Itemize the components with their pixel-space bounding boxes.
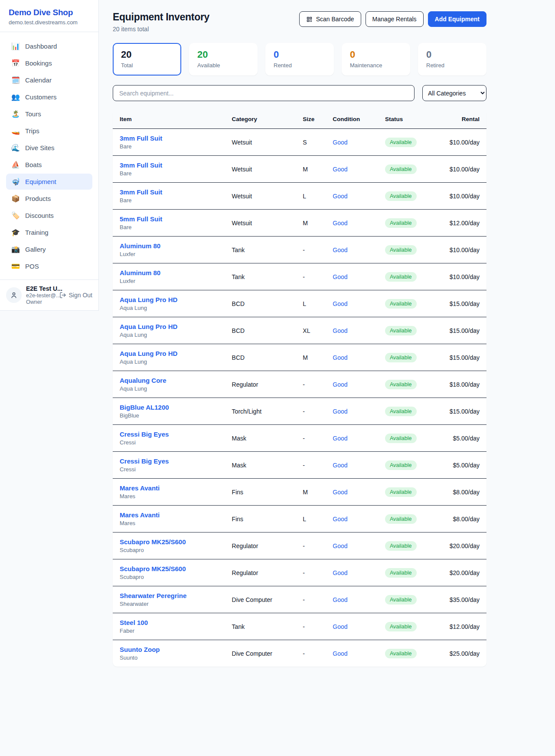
item-condition-link[interactable]: Good <box>333 596 347 603</box>
item-name-link[interactable]: 5mm Full Suit <box>120 215 162 223</box>
sidebar-item[interactable]: 🗓️ Calendar <box>6 72 92 88</box>
item-condition-link[interactable]: Good <box>333 462 347 469</box>
add-equipment-button[interactable]: Add Equipment <box>428 11 486 27</box>
stat-card[interactable]: 0 Retired <box>418 43 486 76</box>
sidebar-item[interactable]: 📸 Gallery <box>6 241 92 257</box>
item-brand: Scubapro <box>120 547 218 553</box>
stat-card[interactable]: 20 Available <box>189 43 258 76</box>
item-name-link[interactable]: Shearwater Peregrine <box>120 592 186 599</box>
item-name-link[interactable]: Aqua Lung Pro HD <box>120 350 177 357</box>
sidebar-item[interactable]: 👥 Customers <box>6 89 92 105</box>
user-box: E2E Test U... e2e-tester@... Owner Sign … <box>0 279 98 310</box>
sidebar-item-label: Discounts <box>25 212 54 219</box>
item-condition-link[interactable]: Good <box>333 623 347 630</box>
item-name-link[interactable]: Cressi Big Eyes <box>120 431 169 438</box>
item-name-link[interactable]: Mares Avanti <box>120 511 160 519</box>
item-condition-link[interactable]: Good <box>333 166 347 173</box>
category-select[interactable]: All Categories <box>422 85 486 101</box>
item-condition-link[interactable]: Good <box>333 139 347 146</box>
item-condition-link[interactable]: Good <box>333 193 347 200</box>
item-name-link[interactable]: Aqualung Core <box>120 377 166 384</box>
item-condition-link[interactable]: Good <box>333 247 347 253</box>
item-name-link[interactable]: Scubapro MK25/S600 <box>120 538 186 546</box>
item-condition-link[interactable]: Good <box>333 650 347 657</box>
item-name-link[interactable]: 3mm Full Suit <box>120 135 162 142</box>
sidebar-item[interactable]: 🤿 Equipment <box>6 174 92 190</box>
sidebar-item-label: Trips <box>25 127 39 135</box>
item-rental: $20.00/day <box>442 559 486 586</box>
item-name-link[interactable]: BigBlue AL1200 <box>120 404 169 411</box>
sidebar-item[interactable]: ⛵ Boats <box>6 157 92 173</box>
sidebar-item-label: Boats <box>25 161 42 168</box>
person-icon <box>10 291 18 299</box>
sidebar-item[interactable]: 📅 Bookings <box>6 55 92 71</box>
item-condition-link[interactable]: Good <box>333 381 347 388</box>
stat-card[interactable]: 0 Maintenance <box>342 43 410 76</box>
sidebar-item-label: Calendar <box>25 76 52 84</box>
sidebar-item[interactable]: 🏝️ Tours <box>6 106 92 122</box>
sidebar-item-label: Tours <box>25 110 41 118</box>
sidebar: Demo Dive Shop demo.test.divestreams.com… <box>0 0 99 311</box>
sidebar-item-label: Dashboard <box>25 43 57 50</box>
table-row: 3mm Full Suit Bare Wetsuit S Good Availa… <box>113 129 486 156</box>
item-name-link[interactable]: Aqua Lung Pro HD <box>120 323 177 330</box>
item-brand: Bare <box>120 170 218 177</box>
page-title-block: Equipment Inventory 20 items total <box>113 11 209 33</box>
sidebar-item[interactable]: 🌊 Dive Sites <box>6 140 92 156</box>
item-name-link[interactable]: Aqua Lung Pro HD <box>120 296 177 303</box>
item-name-link[interactable]: Cressi Big Eyes <box>120 457 169 465</box>
item-condition-link[interactable]: Good <box>333 408 347 415</box>
stat-card[interactable]: 20 Total <box>113 43 181 76</box>
sidebar-item-icon: 🚤 <box>11 127 20 135</box>
item-name-link[interactable]: Suunto Zoop <box>120 646 160 653</box>
search-input[interactable] <box>113 85 415 101</box>
status-badge: Available <box>385 568 417 578</box>
sidebar-item[interactable]: 📊 Dashboard <box>6 38 92 54</box>
sidebar-item[interactable]: 🏷️ Discounts <box>6 207 92 224</box>
item-condition-link[interactable]: Good <box>333 435 347 442</box>
table-body: 3mm Full Suit Bare Wetsuit S Good Availa… <box>113 129 486 667</box>
item-name-link[interactable]: Steel 100 <box>120 619 148 626</box>
status-badge: Available <box>385 191 417 201</box>
item-size: M <box>296 344 326 371</box>
item-name-link[interactable]: Scubapro MK25/S600 <box>120 565 186 572</box>
col-size: Size <box>296 110 326 129</box>
item-condition-link[interactable]: Good <box>333 273 347 280</box>
sidebar-item-label: Gallery <box>25 246 46 253</box>
item-brand: Faber <box>120 628 218 634</box>
item-name-link[interactable]: Aluminum 80 <box>120 242 160 250</box>
status-badge: Available <box>385 164 417 174</box>
col-status: Status <box>378 110 442 129</box>
item-category: Mask <box>225 452 296 479</box>
item-condition-link[interactable]: Good <box>333 220 347 227</box>
item-condition-link[interactable]: Good <box>333 327 347 334</box>
sidebar-item[interactable]: 📦 Products <box>6 191 92 207</box>
item-category: Wetsuit <box>225 183 296 210</box>
table-row: Suunto Zoop Suunto Dive Computer - Good … <box>113 640 486 667</box>
scan-barcode-button[interactable]: Scan Barcode <box>299 11 361 27</box>
sidebar-item[interactable]: 💳 POS <box>6 258 92 274</box>
item-condition-link[interactable]: Good <box>333 489 347 496</box>
item-name-link[interactable]: 3mm Full Suit <box>120 188 162 196</box>
sidebar-item[interactable]: 🚤 Trips <box>6 123 92 139</box>
item-condition-link[interactable]: Good <box>333 354 347 361</box>
item-size: - <box>296 237 326 263</box>
item-category: Dive Computer <box>225 640 296 667</box>
sidebar-item-icon: 🎓 <box>11 228 20 237</box>
brand-block: Demo Dive Shop demo.test.divestreams.com <box>0 0 98 32</box>
item-condition-link[interactable]: Good <box>333 569 347 576</box>
status-badge: Available <box>385 245 417 255</box>
item-condition-link[interactable]: Good <box>333 542 347 549</box>
item-brand: Cressi <box>120 466 218 473</box>
item-rental: $10.00/day <box>442 263 486 290</box>
stat-card[interactable]: 0 Rented <box>265 43 334 76</box>
item-name-link[interactable]: 3mm Full Suit <box>120 161 162 169</box>
sign-out-button[interactable]: Sign Out <box>59 292 92 299</box>
item-condition-link[interactable]: Good <box>333 516 347 523</box>
main-content: Equipment Inventory 20 items total Scan … <box>99 0 500 680</box>
item-name-link[interactable]: Mares Avanti <box>120 484 160 492</box>
sidebar-item[interactable]: 🎓 Training <box>6 224 92 240</box>
item-name-link[interactable]: Aluminum 80 <box>120 269 160 276</box>
item-condition-link[interactable]: Good <box>333 300 347 307</box>
manage-rentals-button[interactable]: Manage Rentals <box>366 11 424 27</box>
